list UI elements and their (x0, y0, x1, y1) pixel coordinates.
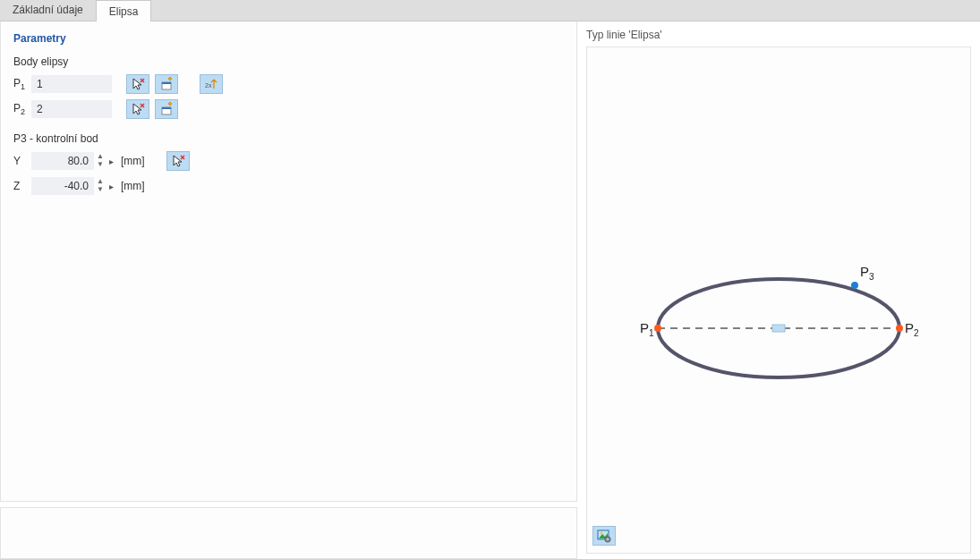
z-arrow-button[interactable]: ▸ (107, 182, 115, 191)
pick-control-point-button[interactable] (166, 151, 190, 171)
y-input[interactable] (31, 152, 94, 170)
svg-point-13 (654, 325, 661, 332)
pick-point-p2-button[interactable] (126, 99, 149, 119)
p2-input[interactable] (31, 100, 112, 118)
svg-point-22 (601, 532, 603, 535)
svg-rect-8 (162, 107, 171, 109)
z-spin-down[interactable]: ▼ (96, 186, 105, 194)
svg-text:P2: P2 (905, 320, 919, 338)
p1-row: P1 2x (13, 73, 564, 95)
new-node-icon (159, 102, 174, 116)
svg-text:P1: P1 (640, 320, 654, 338)
svg-point-24 (607, 538, 609, 540)
ellipse-points-title: Body elipsy (13, 55, 564, 68)
cursor-pick-icon (131, 102, 145, 116)
y-arrow-button[interactable]: ▸ (107, 157, 115, 166)
p2-label: P2 (13, 102, 31, 116)
svg-text:P3: P3 (860, 266, 874, 282)
tabbar: Základní údaje Elipsa (0, 0, 980, 21)
parameters-title: Parametry (13, 32, 564, 45)
new-point-p2-button[interactable] (155, 99, 178, 119)
svg-rect-16 (772, 325, 785, 332)
y-unit: [mm] (121, 155, 145, 167)
y-label: Y (13, 155, 31, 167)
z-label: Z (13, 180, 31, 192)
cursor-pick-icon (131, 77, 145, 91)
preview-area: P1 P2 P3 (586, 47, 971, 554)
new-point-p1-button[interactable] (155, 74, 178, 94)
svg-point-14 (896, 325, 903, 332)
svg-rect-3 (162, 82, 171, 84)
picture-settings-icon (597, 529, 611, 543)
y-spinner[interactable]: ▲ ▼ (96, 153, 105, 169)
control-point-title: P3 - kontrolní bod (13, 132, 564, 145)
tab-ellipse-label: Elipsa (109, 5, 139, 18)
mirror-points-button[interactable]: 2x (200, 74, 223, 94)
p1-label: P1 (13, 77, 31, 91)
cursor-pick-icon (171, 154, 185, 168)
y-row: Y ▲ ▼ ▸ [mm] (13, 150, 564, 172)
new-node-icon (159, 77, 174, 91)
tab-basic[interactable]: Základní údaje (0, 0, 96, 21)
ellipse-diagram: P1 P2 P3 (631, 266, 926, 391)
description-box (0, 507, 577, 559)
mirror-icon: 2x (204, 77, 218, 91)
preview-settings-button[interactable] (592, 526, 616, 546)
svg-point-15 (851, 282, 858, 289)
pick-point-p1-button[interactable] (126, 74, 149, 94)
parameters-panel: Parametry Body elipsy P1 2x P2 (0, 21, 577, 502)
preview-title: Typ linie 'Elipsa' (586, 29, 971, 41)
p1-input[interactable] (31, 75, 112, 93)
z-unit: [mm] (121, 180, 145, 192)
tab-basic-label: Základní údaje (13, 4, 83, 16)
z-row: Z ▲ ▼ ▸ [mm] (13, 175, 564, 197)
y-spin-down[interactable]: ▼ (96, 161, 105, 169)
p2-row: P2 (13, 98, 564, 120)
svg-text:2x: 2x (205, 82, 212, 89)
z-spinner[interactable]: ▲ ▼ (96, 178, 105, 194)
tab-ellipse[interactable]: Elipsa (96, 0, 152, 21)
z-input[interactable] (31, 177, 94, 195)
